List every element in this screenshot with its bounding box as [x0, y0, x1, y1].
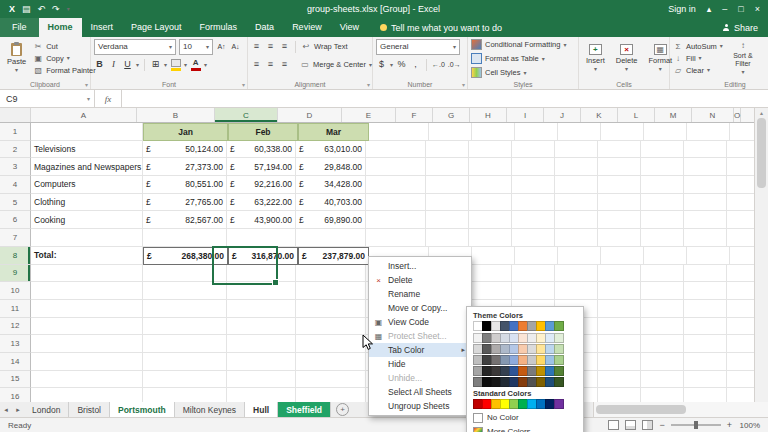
cell-d2[interactable]: £63,010.00 [296, 141, 366, 159]
save-icon[interactable]: ▤ [22, 5, 31, 14]
center-button[interactable]: ≡ [265, 58, 276, 71]
cell-h1[interactable] [515, 123, 558, 141]
fill-button[interactable]: ↓Fill▾ [673, 52, 723, 64]
cell-f3[interactable] [426, 158, 469, 176]
cell-b15[interactable] [143, 371, 227, 389]
dialog-launcher-icon[interactable]: ▾ [242, 81, 245, 88]
cell-m11[interactable] [727, 300, 754, 318]
column-header-a[interactable]: A [31, 108, 137, 122]
cell-k2[interactable] [641, 141, 684, 159]
row-header-16[interactable]: 16 [0, 388, 31, 402]
zoom-in-button[interactable]: + [727, 420, 732, 430]
cell-j12[interactable] [598, 318, 641, 336]
insert-function-icon[interactable]: fx [95, 90, 122, 107]
cell-m8[interactable] [730, 247, 754, 265]
theme-color-swatch[interactable] [554, 377, 564, 387]
cell-e3[interactable] [366, 158, 426, 176]
theme-color-swatch[interactable] [554, 366, 564, 376]
cell-j7[interactable] [598, 229, 641, 247]
cell-d14[interactable] [296, 353, 366, 371]
percent-style-button[interactable]: % [396, 58, 407, 71]
cell-m5[interactable] [727, 194, 754, 212]
new-sheet-button[interactable]: + [336, 403, 349, 416]
cell-j5[interactable] [598, 194, 641, 212]
cell-a8[interactable]: Total: [31, 247, 143, 265]
cell-l8[interactable] [687, 247, 730, 265]
wrap-text-button[interactable]: ↩Wrap Text [301, 41, 348, 53]
cell-c6[interactable]: £43,900.00 [227, 211, 296, 229]
dialog-launcher-icon[interactable]: ▾ [85, 81, 88, 88]
cell-d13[interactable] [296, 335, 366, 353]
cell-l14[interactable] [684, 353, 727, 371]
cell-m14[interactable] [727, 353, 754, 371]
file-tab[interactable]: File [0, 18, 39, 37]
cell-k5[interactable] [641, 194, 684, 212]
cell-j6[interactable] [598, 211, 641, 229]
ribbon-display-options-icon[interactable]: ▴ [707, 5, 712, 14]
cell-d6[interactable]: £69,890.00 [296, 211, 366, 229]
sheet-tab-bristol[interactable]: Bristol [69, 402, 110, 417]
cell-a12[interactable] [31, 318, 143, 336]
font-name-select[interactable]: Verdana▾ [94, 39, 176, 55]
cell-k3[interactable] [641, 158, 684, 176]
zoom-slider[interactable] [671, 424, 721, 426]
align-left-button[interactable]: ≡ [251, 58, 262, 71]
cell-i4[interactable] [555, 176, 598, 194]
cell-j13[interactable] [598, 335, 641, 353]
cell-j9[interactable] [598, 265, 641, 283]
row-header-15[interactable]: 15 [0, 371, 31, 389]
formula-input[interactable] [122, 90, 768, 107]
cell-g5[interactable] [469, 194, 512, 212]
cell-g7[interactable] [469, 229, 512, 247]
decrease-decimal-button[interactable]: .0→ [448, 58, 461, 71]
redo-icon[interactable]: ↷ [52, 5, 60, 14]
zoom-out-button[interactable]: − [659, 420, 664, 430]
cell-c8[interactable]: £316,870.00 [228, 247, 298, 265]
column-header-o[interactable]: O [734, 108, 741, 122]
find-select-button[interactable]: Find & Select▾ [763, 39, 768, 77]
vertical-scrollbar[interactable]: ▴ [754, 108, 768, 402]
cell-d7[interactable] [296, 229, 366, 247]
context-menu-item-insert[interactable]: Insert... [369, 259, 471, 273]
cell-k16[interactable] [641, 388, 684, 402]
cell-c13[interactable] [227, 335, 296, 353]
decrease-font-size-button[interactable]: A↓ [230, 40, 241, 53]
cell-k8[interactable] [644, 247, 687, 265]
column-header-c[interactable]: C [215, 108, 278, 122]
middle-align-button[interactable]: ≡ [265, 40, 276, 53]
cell-b1[interactable]: Jan [143, 123, 228, 141]
cell-c10[interactable] [227, 282, 296, 300]
cell-e6[interactable] [366, 211, 426, 229]
cell-j15[interactable] [598, 371, 641, 389]
cell-a9[interactable] [31, 265, 143, 283]
sheet-tab-hull[interactable]: Hull [245, 402, 278, 417]
cell-b14[interactable] [143, 353, 227, 371]
bold-button[interactable]: B [94, 58, 105, 71]
cell-f2[interactable] [426, 141, 469, 159]
cell-m10[interactable] [727, 282, 754, 300]
cell-m9[interactable] [727, 265, 754, 283]
row-header-10[interactable]: 10 [0, 282, 31, 300]
cell-m4[interactable] [727, 176, 754, 194]
format-painter-button[interactable]: ▧Format Painter [33, 64, 96, 76]
cell-l4[interactable] [684, 176, 727, 194]
cell-c11[interactable] [227, 300, 296, 318]
cell-j3[interactable] [598, 158, 641, 176]
cell-m2[interactable] [727, 141, 754, 159]
cell-d3[interactable]: £29,848.00 [296, 158, 366, 176]
close-icon[interactable]: × [755, 5, 760, 14]
cell-m6[interactable] [727, 211, 754, 229]
cell-g6[interactable] [469, 211, 512, 229]
cell-g4[interactable] [469, 176, 512, 194]
vertical-scroll-thumb[interactable] [757, 118, 766, 188]
zoom-level[interactable]: 100% [738, 421, 760, 430]
cell-b11[interactable] [143, 300, 227, 318]
cell-m12[interactable] [727, 318, 754, 336]
cell-styles-button[interactable]: Cell Styles▾ [471, 67, 575, 78]
sheet-tab-sheffield[interactable]: Sheffield [278, 402, 331, 417]
cell-f7[interactable] [426, 229, 469, 247]
cell-i6[interactable] [555, 211, 598, 229]
cell-h6[interactable] [512, 211, 555, 229]
cell-l7[interactable] [684, 229, 727, 247]
row-header-9[interactable]: 9 [0, 265, 31, 283]
